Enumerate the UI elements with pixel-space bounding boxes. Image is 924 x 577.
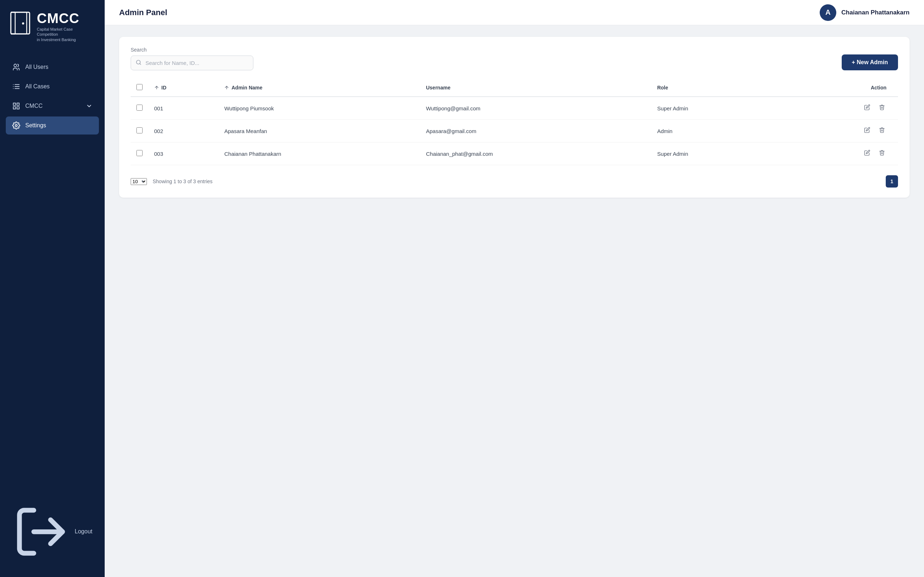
sidebar: CMCC Capital Market Case Competitionin I… <box>0 0 105 577</box>
main-content: Admin Panel A Chaianan Phattanakarn Sear… <box>105 0 924 577</box>
logo-subtitle: Capital Market Case Competitionin Invest… <box>37 27 95 42</box>
row-role: Super Admin <box>651 142 777 165</box>
table-header: ID Admin Name Username <box>131 79 898 97</box>
sidebar-item-cmcc-label: CMCC <box>25 103 43 109</box>
logo-text: CMCC Capital Market Case Competitionin I… <box>37 11 95 42</box>
logo-title: CMCC <box>37 11 95 25</box>
table-row: 002 Apasara Meanfan Apasara@gmail.com Ad… <box>131 120 898 142</box>
chevron-down-icon <box>86 103 92 109</box>
sidebar-item-all-users[interactable]: All Users <box>6 58 99 76</box>
table-body: 001 Wuttipong Piumsook Wuttipong@gmail.c… <box>131 97 898 165</box>
grid-icon <box>12 102 20 110</box>
sidebar-item-all-cases[interactable]: All Cases <box>6 77 99 95</box>
col-admin-name-label: Admin Name <box>231 85 262 90</box>
col-username-label: Username <box>426 85 451 90</box>
sidebar-nav: All Users All Cases CMCC Se <box>0 52 105 492</box>
row-id: 002 <box>149 120 218 142</box>
table-row: 001 Wuttipong Piumsook Wuttipong@gmail.c… <box>131 97 898 120</box>
row-username: Apasara@gmail.com <box>420 120 651 142</box>
row-username: Chaianan_phat@gmail.com <box>420 142 651 165</box>
col-action-label: Action <box>871 85 887 90</box>
sort-icon-name <box>224 85 229 90</box>
row-checkbox-cell <box>131 142 149 165</box>
row-checkbox[interactable] <box>136 127 142 134</box>
select-all-checkbox[interactable] <box>136 84 142 90</box>
sort-icon-id <box>154 85 159 90</box>
row-checkbox[interactable] <box>136 150 142 156</box>
search-group: Search <box>131 47 254 70</box>
user-name: Chaianan Phattanakarn <box>842 9 909 16</box>
sidebar-item-settings-label: Settings <box>25 122 46 129</box>
search-input-wrap <box>131 56 254 70</box>
sidebar-item-all-cases-label: All Cases <box>25 83 50 90</box>
page-1-button[interactable]: 1 <box>886 175 898 187</box>
avatar: A <box>820 4 836 21</box>
edit-button[interactable] <box>863 148 872 159</box>
row-role: Super Admin <box>651 97 777 120</box>
topbar: Admin Panel A Chaianan Phattanakarn <box>105 0 924 25</box>
edit-button[interactable] <box>863 103 872 114</box>
sidebar-item-all-users-label: All Users <box>25 64 48 70</box>
col-id-label: ID <box>162 85 166 90</box>
delete-button[interactable] <box>877 126 887 136</box>
row-username: Wuttipong@gmail.com <box>420 97 651 120</box>
col-role-label: Role <box>657 85 668 90</box>
sidebar-logo: CMCC Capital Market Case Competitionin I… <box>0 0 105 52</box>
delete-button[interactable] <box>877 148 887 159</box>
new-admin-button[interactable]: + New Admin <box>842 55 898 70</box>
sidebar-item-cmcc[interactable]: CMCC <box>6 97 99 115</box>
pagination: 1 <box>886 175 898 187</box>
svg-point-3 <box>22 23 24 24</box>
row-id: 003 <box>149 142 218 165</box>
row-role: Admin <box>651 120 777 142</box>
svg-rect-15 <box>13 107 16 109</box>
logout-label: Logout <box>75 528 92 535</box>
admin-table: ID Admin Name Username <box>131 79 898 165</box>
row-actions <box>777 97 898 120</box>
col-header-admin-name: Admin Name <box>218 79 420 97</box>
row-checkbox-cell <box>131 120 149 142</box>
users-icon <box>12 63 20 71</box>
row-actions <box>777 120 898 142</box>
row-id: 001 <box>149 97 218 120</box>
list-icon <box>12 82 20 90</box>
table-footer: 10 25 50 100 ▾ Showing 1 to 3 of 3 entri… <box>131 172 898 187</box>
svg-rect-13 <box>13 103 16 105</box>
header-checkbox-cell <box>131 79 149 97</box>
svg-rect-16 <box>17 107 19 109</box>
row-admin-name: Apasara Meanfan <box>218 120 420 142</box>
search-label: Search <box>131 47 254 53</box>
col-header-id: ID <box>149 79 218 97</box>
entries-text: Showing 1 to 3 of 3 entries <box>153 179 213 184</box>
table-row: 003 Chaianan Phattanakarn Chaianan_phat@… <box>131 142 898 165</box>
row-checkbox[interactable] <box>136 105 142 111</box>
row-admin-name: Wuttipong Piumsook <box>218 97 420 120</box>
svg-rect-2 <box>16 13 26 33</box>
edit-button[interactable] <box>863 126 872 136</box>
per-page-select-wrap: 10 25 50 100 ▾ <box>131 178 147 185</box>
content-area: Search + New Admin <box>105 25 924 577</box>
svg-rect-14 <box>17 103 19 105</box>
row-admin-name: Chaianan Phattanakarn <box>218 142 420 165</box>
svg-point-6 <box>14 64 16 67</box>
sidebar-bottom: Logout <box>0 492 105 577</box>
page-title: Admin Panel <box>119 8 167 17</box>
cmcc-logo-icon <box>10 11 32 35</box>
sidebar-item-settings[interactable]: Settings <box>6 116 99 134</box>
toolbar: Search + New Admin <box>131 47 898 70</box>
admin-card: Search + New Admin <box>119 37 909 198</box>
row-actions <box>777 142 898 165</box>
per-page-select[interactable]: 10 25 50 100 <box>131 178 147 185</box>
logout-icon <box>12 503 69 561</box>
col-header-username: Username <box>420 79 651 97</box>
settings-icon <box>12 121 20 129</box>
search-icon <box>136 60 142 67</box>
svg-point-17 <box>15 124 17 127</box>
col-header-action: Action <box>777 79 898 97</box>
table-footer-left: 10 25 50 100 ▾ Showing 1 to 3 of 3 entri… <box>131 178 213 185</box>
search-input[interactable] <box>131 56 254 70</box>
user-info: A Chaianan Phattanakarn <box>820 4 909 21</box>
svg-line-20 <box>140 63 141 64</box>
delete-button[interactable] <box>877 103 887 114</box>
logout-button[interactable]: Logout <box>6 498 99 566</box>
